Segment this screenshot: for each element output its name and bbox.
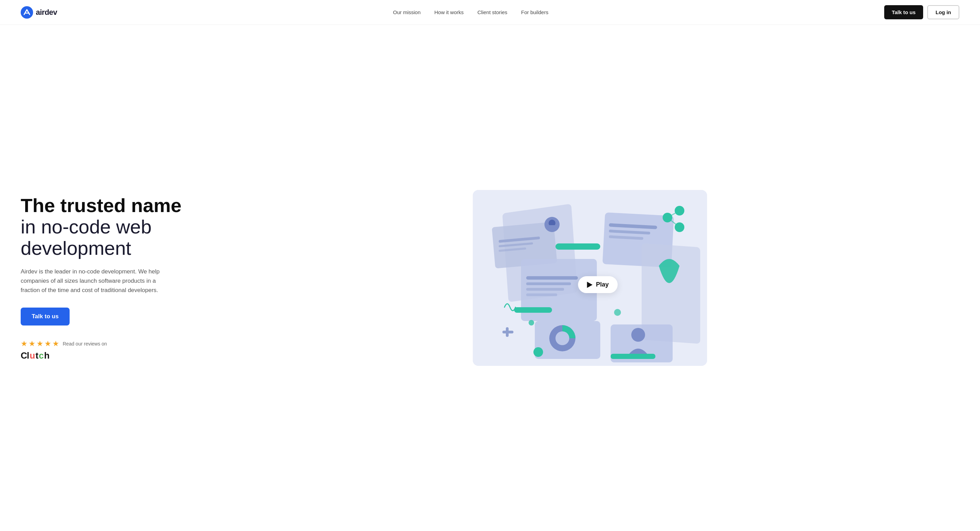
clutch-dot-r: u: [30, 350, 35, 361]
clutch-text-t: t: [35, 350, 38, 361]
play-button[interactable]: Play: [578, 276, 617, 293]
star-5: ★: [52, 339, 59, 348]
illustration-container: Play: [473, 190, 707, 366]
clutch-dot-g: c: [39, 350, 43, 361]
hero-title: The trusted name in no-code web developm…: [21, 195, 200, 258]
clutch-logo[interactable]: Clutch: [21, 350, 200, 361]
svg-point-34: [631, 328, 645, 342]
clutch-section: ★ ★ ★ ★ ★ Read our reviews on Clutch: [21, 339, 200, 361]
svg-rect-28: [506, 327, 509, 337]
clutch-text-h: h: [44, 350, 49, 361]
nav-how-it-works[interactable]: How it works: [434, 9, 464, 15]
svg-rect-15: [526, 293, 557, 296]
svg-rect-35: [611, 354, 655, 359]
svg-rect-10: [555, 244, 600, 250]
svg-point-31: [555, 332, 569, 345]
hero-right: Play: [221, 190, 959, 366]
star-3: ★: [37, 339, 43, 348]
svg-point-0: [21, 6, 33, 19]
star-1: ★: [21, 339, 27, 348]
nav-login-button[interactable]: Log in: [927, 5, 959, 19]
clutch-top: ★ ★ ★ ★ ★ Read our reviews on: [21, 339, 200, 348]
nav-our-mission[interactable]: Our mission: [393, 9, 420, 15]
svg-rect-13: [526, 282, 571, 285]
clutch-review-text: Read our reviews on: [63, 341, 107, 346]
svg-rect-14: [526, 288, 564, 291]
clutch-text-c: Cl: [21, 350, 29, 361]
svg-point-36: [528, 320, 534, 325]
star-rating: ★ ★ ★ ★ ★: [21, 339, 59, 348]
airdev-logo-icon: [21, 6, 33, 19]
logo-link[interactable]: airdev: [21, 6, 57, 19]
navbar: airdev Our mission How it works Client s…: [0, 0, 980, 25]
nav-client-stories[interactable]: Client stories: [477, 9, 508, 15]
nav-links: Our mission How it works Client stories …: [393, 9, 548, 15]
hero-subtitle: Airdev is the leader in no-code developm…: [21, 267, 172, 295]
hero-section: The trusted name in no-code web developm…: [0, 25, 980, 531]
star-4: ★: [45, 339, 51, 348]
hero-title-normal: in no-code web development: [21, 216, 152, 259]
hero-talk-button[interactable]: Talk to us: [21, 308, 70, 325]
play-icon: [587, 282, 592, 288]
hero-title-bold: The trusted name: [21, 195, 181, 216]
svg-point-37: [614, 309, 621, 316]
nav-talk-button[interactable]: Talk to us: [884, 5, 923, 19]
play-label: Play: [596, 281, 609, 288]
svg-point-32: [533, 347, 543, 357]
nav-for-builders[interactable]: For builders: [521, 9, 548, 15]
nav-actions: Talk to us Log in: [884, 5, 959, 19]
svg-rect-16: [514, 307, 552, 313]
svg-rect-12: [526, 276, 578, 280]
star-2: ★: [29, 339, 35, 348]
hero-left: The trusted name in no-code web developm…: [21, 195, 200, 361]
brand-name: airdev: [36, 8, 57, 17]
